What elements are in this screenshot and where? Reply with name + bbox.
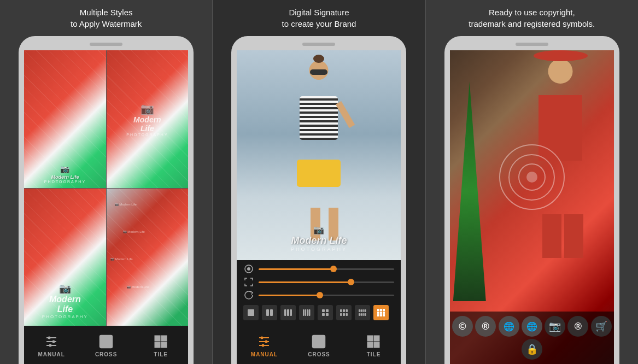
grid-cell-top-left: 📷 Modern Life PHOTOGRAPHY: [24, 50, 106, 188]
model-skirt: [297, 160, 341, 187]
nav-item-manual-left[interactable]: MANUAL: [24, 334, 79, 357]
svg-rect-39: [359, 313, 360, 316]
svg-rect-34: [346, 313, 348, 316]
globe-symbol-btn-2[interactable]: 🌐: [522, 316, 542, 337]
svg-rect-35: [359, 309, 360, 312]
grid-btn-2x1[interactable]: [262, 305, 277, 320]
svg-rect-48: [383, 312, 385, 314]
center-photo: 📷 Modern Life PHOTOGRAPHY: [237, 50, 401, 260]
brand-text-tl: Modern Life: [44, 174, 86, 180]
left-header-line2: to Apply Watermark: [71, 18, 142, 30]
slider-thumb-3[interactable]: [317, 292, 323, 298]
left-bottom-nav: MANUAL CROSS: [24, 326, 188, 364]
slider-fill-1: [259, 268, 333, 270]
grid-btn-4x2[interactable]: [355, 305, 370, 320]
svg-rect-24: [309, 309, 311, 316]
svg-rect-17: [270, 309, 273, 316]
svg-rect-12: [161, 342, 167, 348]
grid-cell-top-right: 📷 Modern Life PHOTOGRAPHY: [107, 50, 189, 188]
model-glasses: [310, 69, 327, 75]
symbols-bar: © ® 🌐 🌐 📷 ® 🛒 🔒: [450, 312, 614, 364]
cart-symbol-btn[interactable]: 🛒: [591, 316, 612, 337]
slider-size: [243, 277, 394, 287]
svg-rect-50: [380, 314, 382, 316]
grid-btn-mosaic[interactable]: [373, 305, 389, 320]
nav-item-tile-left[interactable]: TILE: [133, 334, 188, 357]
photo-grid: 📷 Modern Life PHOTOGRAPHY 📷 Modern Life: [24, 50, 188, 326]
svg-point-57: [262, 344, 265, 347]
globe-symbol-btn-1[interactable]: 🌐: [499, 316, 519, 337]
svg-rect-11: [155, 342, 160, 348]
svg-rect-49: [377, 314, 379, 316]
svg-rect-43: [377, 309, 379, 311]
center-bottom-nav: MANUAL CROSS: [237, 326, 401, 364]
slider-track-1[interactable]: [259, 268, 394, 270]
registered-symbol-btn[interactable]: ®: [475, 316, 496, 337]
right-header-line2: trademark and registered symbols.: [469, 18, 595, 30]
svg-rect-22: [305, 309, 307, 316]
model-shirt: [300, 96, 338, 140]
svg-point-55: [261, 336, 264, 339]
svg-rect-51: [383, 314, 385, 316]
grid-cell-bottom-right: 📷 Modern Life 📷 Modern Life 📷 Modern Lif…: [107, 189, 189, 326]
manual-label-left: MANUAL: [38, 351, 65, 357]
left-phone-screen: 📷 Modern Life PHOTOGRAPHY 📷 Modern Life: [24, 50, 188, 326]
grid-btn-1x1[interactable]: [243, 305, 259, 320]
svg-rect-42: [365, 313, 366, 316]
right-phone-mockup: © ® 🌐 🌐 📷 ® 🛒 🔒: [444, 36, 619, 364]
rotate-icon: [243, 290, 254, 301]
nav-item-cross-center[interactable]: CROSS: [291, 334, 346, 357]
opacity-icon: [243, 263, 254, 274]
right-phone-speaker: [516, 43, 548, 46]
svg-rect-32: [340, 313, 342, 316]
tile-label-center: TILE: [367, 351, 381, 357]
svg-rect-18: [284, 309, 286, 316]
slider-fill-3: [259, 295, 320, 296]
camera-symbol-btn[interactable]: 📷: [545, 316, 565, 337]
sliders-icon: [43, 334, 60, 349]
left-header-line1: Multiple Styles: [71, 7, 142, 18]
model-head-right: [548, 59, 573, 84]
photo-bottom-right: 📷 Modern Life 📷 Modern Life 📷 Modern Lif…: [107, 189, 189, 326]
svg-rect-25: [322, 309, 325, 312]
grid-btn-3x2[interactable]: [336, 305, 352, 320]
controls-area: [237, 260, 401, 326]
slider-thumb-2[interactable]: [348, 279, 354, 285]
cross-icon-left: [98, 334, 114, 349]
svg-rect-16: [266, 309, 269, 316]
lock-symbol-btn[interactable]: 🔒: [522, 339, 542, 360]
photo-top-right: 📷 Modern Life PHOTOGRAPHY: [107, 50, 189, 188]
camera-icon-tl: 📷: [44, 165, 86, 173]
nav-item-manual-center[interactable]: MANUAL: [237, 334, 291, 357]
copyright-symbol-btn[interactable]: ©: [452, 316, 473, 337]
circle-center: [526, 172, 537, 183]
slider-track-2[interactable]: [259, 281, 394, 283]
svg-rect-36: [361, 309, 362, 312]
reg-symbol-btn-2[interactable]: ®: [567, 316, 588, 337]
svg-rect-28: [326, 313, 329, 316]
svg-rect-44: [380, 309, 382, 311]
grid-btn-2x2[interactable]: [318, 305, 333, 320]
photo-top-left: 📷 Modern Life PHOTOGRAPHY: [24, 50, 106, 188]
slider-track-3[interactable]: [259, 295, 394, 296]
svg-rect-47: [380, 312, 382, 314]
tile-icon-center: [365, 334, 382, 349]
grid-btn-3x1[interactable]: [280, 305, 296, 320]
nav-item-cross-left[interactable]: CROSS: [79, 334, 133, 357]
svg-rect-41: [362, 313, 364, 316]
grid-btn-4x1[interactable]: [299, 305, 314, 320]
tile-label-left: TILE: [154, 351, 168, 357]
svg-rect-26: [326, 309, 329, 312]
tile-icon-left: [153, 334, 169, 349]
svg-rect-23: [307, 309, 308, 316]
svg-rect-30: [343, 309, 345, 312]
leg-right-l: [542, 214, 561, 258]
nav-item-tile-center[interactable]: TILE: [346, 334, 401, 357]
grid-cell-bottom-left: 📷 Modern Life PHOTOGRAPHY: [24, 189, 106, 326]
right-panel: Ready to use copyright, trademark and re…: [426, 0, 638, 364]
slider-thumb-1[interactable]: [330, 266, 337, 272]
grid-selector-row: [243, 303, 394, 322]
leg-right-r: [564, 214, 583, 258]
svg-rect-64: [374, 342, 379, 348]
svg-rect-31: [346, 309, 348, 312]
